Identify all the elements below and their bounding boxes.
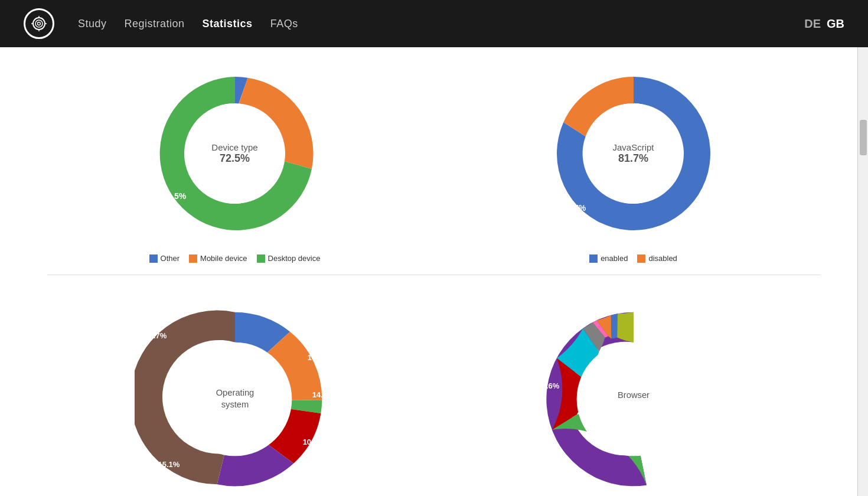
lang-de[interactable]: DE [804, 17, 821, 31]
navbar: Study Registration Statistics FAQs DE GB [0, 0, 868, 47]
svg-point-2 [38, 22, 41, 25]
legend-color-desktop [257, 254, 265, 263]
device-type-chart: Device type 72.5% 72.5% [146, 65, 324, 242]
android-label: 15.1% [158, 460, 180, 469]
nav-links: Study Registration Statistics FAQs [78, 18, 804, 30]
page-content: Device type 72.5% 72.5% Other Mobile dev… [0, 47, 868, 496]
javascript-chart: JavaScript 81.7% 81.7% [545, 65, 722, 242]
macos-label: 10.6% [303, 438, 325, 446]
nav-study[interactable]: Study [78, 18, 107, 30]
legend-enabled: enabled [589, 254, 628, 263]
lang-gb[interactable]: GB [827, 17, 844, 31]
device-type-legend: Other Mobile device Desktop device [149, 254, 321, 263]
device-type-section: Device type 72.5% 72.5% Other Mobile dev… [35, 47, 434, 275]
ie-label: 5.6% [712, 331, 729, 340]
nav-faqs[interactable]: FAQs [270, 18, 298, 30]
legend-color-mobile [189, 254, 197, 263]
legend-label-mobile: Mobile device [200, 254, 247, 263]
svg-point-8 [583, 103, 684, 204]
legend-color-other [149, 254, 158, 263]
svg-point-1 [35, 20, 43, 27]
lang-switcher: DE GB [804, 17, 844, 31]
legend-disabled: disabled [637, 254, 677, 263]
charts-grid: Device type 72.5% 72.5% Other Mobile dev… [35, 47, 833, 496]
os-section: Operating system 10.9% 14.3% 10.6% 47.7%… [35, 275, 434, 496]
javascript-section: JavaScript 81.7% 81.7% enabled disabled [434, 47, 833, 275]
device-desktop-label: 72.5% [163, 191, 187, 201]
svg-text:Operating: Operating [216, 388, 254, 397]
svg-text:Browser: Browser [618, 390, 650, 400]
browser-chart: Browser 5.6% 13.5% 21.7% 47.6% [533, 299, 734, 496]
nav-statistics[interactable]: Statistics [203, 18, 253, 30]
scrollbar-track[interactable] [857, 47, 868, 496]
svg-text:system: system [221, 400, 249, 409]
svg-point-7 [185, 103, 285, 204]
windows-label: 47.7% [145, 331, 167, 340]
safari-label: 13.5% [711, 381, 733, 390]
nav-registration[interactable]: Registration [125, 18, 185, 30]
legend-mobile: Mobile device [189, 254, 247, 263]
legend-label-disabled: disabled [648, 254, 677, 263]
firefox-label: 47.6% [538, 381, 560, 390]
linux-label: 14.3% [312, 390, 334, 399]
svg-point-0 [33, 18, 45, 30]
scrollbar-thumb[interactable] [860, 120, 867, 155]
legend-color-disabled [637, 254, 645, 263]
logo[interactable] [24, 8, 54, 39]
chrome-label: 21.7% [694, 446, 716, 455]
javascript-legend: enabled disabled [589, 254, 677, 263]
js-enabled-label: 81.7% [563, 203, 586, 213]
legend-label-other: Other [161, 254, 180, 263]
legend-label-desktop: Desktop device [268, 254, 321, 263]
legend-color-enabled [589, 254, 598, 263]
legend-other: Other [149, 254, 180, 263]
os-chart: Operating system 10.9% 14.3% 10.6% 47.7%… [135, 299, 335, 496]
ios-label: 10.9% [308, 353, 329, 362]
browser-section: Browser 5.6% 13.5% 21.7% 47.6% Opera Oth… [434, 275, 833, 496]
legend-label-enabled: enabled [601, 254, 628, 263]
legend-desktop: Desktop device [257, 254, 321, 263]
